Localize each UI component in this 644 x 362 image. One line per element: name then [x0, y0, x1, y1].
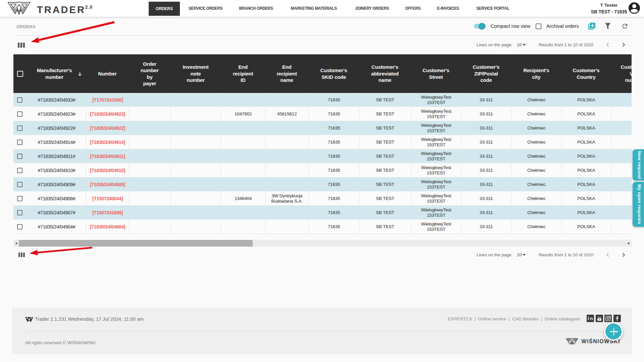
svg-text:You: You	[598, 316, 601, 318]
